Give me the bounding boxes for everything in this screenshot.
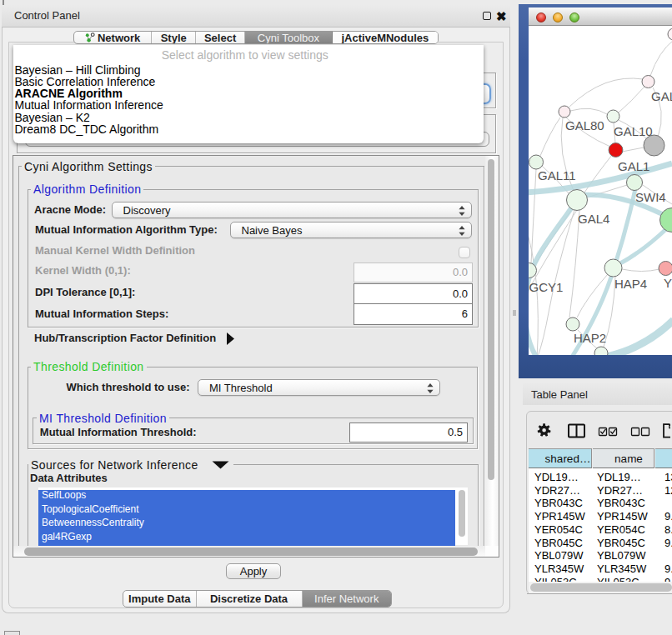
svg-text:GAL2: GAL2 <box>651 89 672 103</box>
svg-text:GCY1: GCY1 <box>529 280 564 294</box>
svg-text:GAL11: GAL11 <box>538 168 576 182</box>
svg-text:GAL80: GAL80 <box>565 118 604 132</box>
svg-text:GAL4: GAL4 <box>578 212 609 226</box>
svg-text:GAL1: GAL1 <box>618 159 649 173</box>
svg-text:Y: Y <box>664 276 672 290</box>
svg-text:HAP4: HAP4 <box>614 277 647 291</box>
svg-text:SWI4: SWI4 <box>635 190 666 204</box>
svg-text:GAL10: GAL10 <box>614 124 653 138</box>
svg-text:HAP2: HAP2 <box>574 331 606 345</box>
